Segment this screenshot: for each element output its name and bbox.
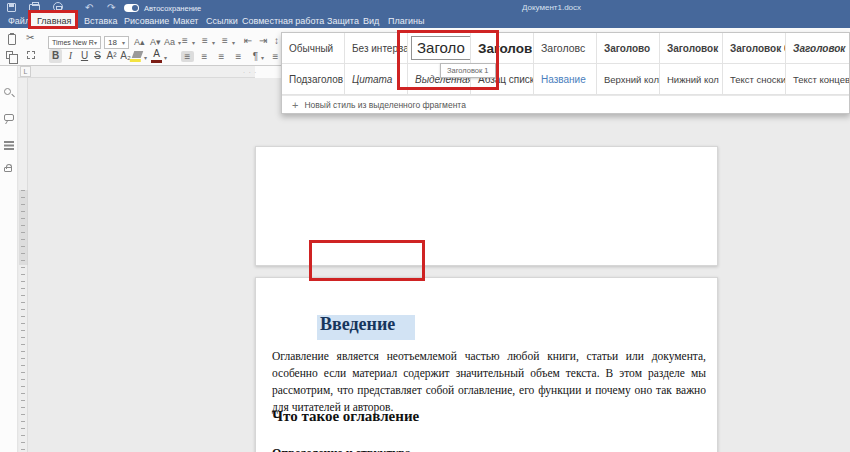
lock-icon[interactable]: [4, 167, 12, 172]
document-title: Документ1.docx: [522, 3, 581, 12]
comments-icon[interactable]: [4, 114, 14, 121]
document-sub-heading[interactable]: Определение и структура: [272, 446, 411, 452]
increase-indent-icon[interactable]: ⇥: [259, 35, 267, 46]
style-item-subtitle[interactable]: Подзаголов: [282, 64, 345, 95]
style-item-heading3[interactable]: Заголовс: [534, 33, 597, 64]
style-item-title[interactable]: Название: [534, 64, 597, 95]
tab-plugins[interactable]: Плагины: [388, 14, 424, 28]
chevron-down-icon: ▾: [94, 39, 97, 46]
style-item-heading7[interactable]: Заголовок: [786, 33, 849, 64]
chevron-down-icon: ▾: [164, 54, 167, 61]
undo-icon[interactable]: ↶: [85, 3, 93, 12]
new-style-button[interactable]: + Новый стиль из выделенного фрагмента: [282, 95, 849, 113]
style-item-endnote-text[interactable]: Текст концев: [786, 64, 849, 95]
style-item-footer[interactable]: Нижний кол: [660, 64, 723, 95]
document-paragraph[interactable]: Оглавление является неотъемлемой частью …: [272, 348, 706, 416]
italic-button[interactable]: I: [64, 49, 77, 63]
tab-references[interactable]: Ссылки: [206, 14, 238, 28]
document-heading[interactable]: Введение: [320, 314, 395, 335]
chevron-down-icon: ▾: [122, 39, 125, 46]
autosave-toggle[interactable]: [124, 4, 139, 12]
numbered-list-icon[interactable]: ≡: [202, 35, 208, 46]
app-window: ↶ ↷ Автосохранение Документ1.docx Файл Г…: [0, 0, 850, 452]
autosave-label: Автосохранение: [144, 4, 201, 13]
chevron-down-icon: ▾: [192, 39, 195, 46]
chevron-down-icon: ▾: [144, 54, 147, 61]
font-color-icon[interactable]: A: [151, 48, 162, 59]
bullet-list-icon[interactable]: ≡: [182, 35, 188, 46]
style-item-heading4[interactable]: Заголово: [597, 33, 660, 64]
tab-insert[interactable]: Вставка: [84, 14, 117, 28]
navigation-headings-icon[interactable]: [4, 141, 14, 143]
increase-font-button[interactable]: A▴: [134, 36, 145, 48]
left-sidebar: [0, 66, 18, 452]
underline-button[interactable]: U: [78, 49, 91, 63]
redo-icon[interactable]: ↷: [107, 3, 115, 12]
strikethrough-button[interactable]: S: [91, 49, 104, 63]
styles-grid: Обычный Без интерва Заголо Заголов Загол…: [282, 33, 849, 95]
vertical-ruler[interactable]: [19, 78, 28, 452]
titlebar: ↶ ↷ Автосохранение Документ1.docx Файл Г…: [0, 0, 850, 28]
style-item-heading6[interactable]: Заголовок 6: [723, 33, 786, 64]
plus-icon: +: [292, 100, 298, 110]
tab-protection[interactable]: Защита: [327, 14, 359, 28]
font-size-select[interactable]: 18▾: [104, 36, 129, 49]
tab-layout[interactable]: Макет: [173, 14, 198, 28]
align-right-button[interactable]: ≡: [215, 51, 228, 62]
style-item-footnote-text[interactable]: Текст сноски: [723, 64, 786, 95]
chevron-down-icon: ▾: [212, 39, 215, 46]
annotation-box-document-heading: [309, 240, 425, 281]
tab-collaboration[interactable]: Совместная работа: [242, 14, 324, 28]
vertical-ruler-ticks: [19, 190, 28, 452]
styles-gallery-dropdown: Обычный Без интерва Заголо Заголов Загол…: [281, 32, 850, 114]
tab-file[interactable]: Файл: [8, 14, 30, 28]
style-item-header[interactable]: Верхний кол: [597, 64, 660, 95]
multilevel-list-icon[interactable]: ≡: [222, 35, 228, 46]
search-icon[interactable]: [4, 88, 11, 95]
save-icon[interactable]: [7, 3, 16, 12]
font-name-select[interactable]: Times New R▾: [48, 36, 101, 49]
copy-icon[interactable]: [6, 51, 13, 59]
document-section-heading[interactable]: Что такое оглавление: [272, 408, 419, 425]
select-tool-icon[interactable]: [27, 51, 35, 59]
decrease-indent-icon[interactable]: ⇤: [244, 35, 252, 46]
align-justify-button[interactable]: ≡: [232, 51, 245, 62]
style-item-heading5[interactable]: Заголовок: [660, 33, 723, 64]
paste-icon[interactable]: [8, 34, 16, 45]
highlight-color-icon[interactable]: [132, 51, 144, 58]
annotation-box-heading1-style: [397, 30, 499, 90]
line-spacing-icon[interactable]: ↕: [274, 35, 279, 46]
align-left-button[interactable]: ≡: [181, 51, 194, 62]
tab-view[interactable]: Вид: [363, 14, 379, 28]
align-center-button[interactable]: ≡: [198, 51, 211, 62]
tab-draw[interactable]: Рисование: [124, 14, 169, 28]
change-case-button[interactable]: Aa: [164, 36, 175, 48]
superscript-button[interactable]: A²: [105, 49, 118, 63]
annotation-box-home-tab: [28, 10, 78, 29]
ruler-marks: · · ·: [243, 69, 257, 75]
cut-icon[interactable]: ✂: [26, 32, 34, 44]
decrease-font-button[interactable]: A▾: [150, 36, 161, 48]
style-item-normal[interactable]: Обычный: [282, 33, 345, 64]
chevron-down-icon: ▾: [178, 39, 181, 46]
new-style-label: Новый стиль из выделенного фрагмента: [304, 100, 465, 110]
document-area: Введение Оглавление является неотъемлемо…: [0, 66, 850, 452]
bold-button[interactable]: B: [49, 49, 62, 63]
chevron-down-icon: ▾: [232, 39, 235, 46]
chevron-down-icon: ▾: [261, 54, 264, 61]
tab-stop-selector[interactable]: L: [20, 66, 31, 77]
